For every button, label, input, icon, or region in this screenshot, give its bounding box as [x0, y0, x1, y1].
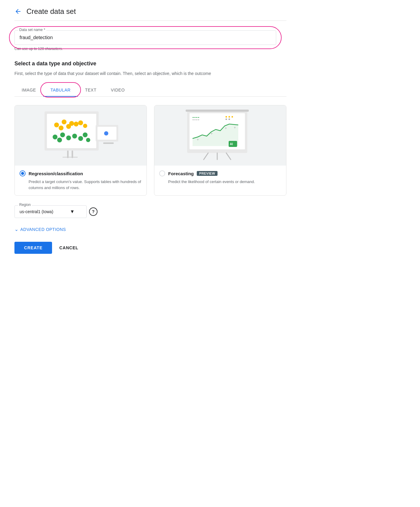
svg-point-9 [83, 124, 87, 128]
svg-point-30 [229, 116, 230, 118]
svg-text:+: + [211, 132, 213, 136]
svg-point-14 [72, 134, 77, 138]
svg-point-13 [66, 135, 71, 140]
card-regression-title: Regression/classification [29, 171, 83, 176]
radio-regression[interactable] [20, 170, 26, 176]
data-type-tabs: IMAGE TABULAR TEXT VIDEO [14, 84, 286, 97]
card-forecasting-title: Forecasting [168, 171, 194, 176]
svg-point-33 [229, 119, 230, 120]
dataset-name-highlight: Data set name * [14, 30, 276, 45]
dataset-name-hint: Can use up to 128 characters. [14, 47, 286, 51]
cancel-button[interactable]: CANCEL [59, 242, 78, 254]
header-divider [14, 20, 286, 21]
svg-point-6 [66, 124, 71, 129]
card-forecasting-title-row: Forecasting PREVIEW [159, 170, 281, 176]
svg-point-31 [232, 116, 233, 118]
card-regression[interactable]: Regression/classification Predict a targ… [14, 105, 147, 196]
svg-text:+: + [197, 138, 199, 142]
page-header: Create data set [14, 7, 286, 16]
region-section: Region us-central1 (Iowa) us-east1 (Sout… [14, 205, 286, 218]
svg-rect-21 [103, 142, 114, 144]
advanced-options-link[interactable]: ⌄ ADVANCED OPTIONS [14, 226, 286, 232]
card-forecasting-image: + + + + AI [154, 105, 286, 166]
svg-point-3 [62, 120, 66, 124]
dataset-name-label: Data set name * [18, 28, 46, 32]
region-dropdown-wrapper: Region us-central1 (Iowa) us-east1 (Sout… [14, 205, 87, 218]
card-forecasting-body: Forecasting PREVIEW Predict the likeliho… [154, 166, 286, 190]
svg-text:AI: AI [230, 142, 233, 146]
svg-line-41 [226, 153, 231, 160]
svg-text:+: + [234, 126, 236, 130]
svg-point-7 [74, 122, 79, 126]
page-title: Create data set [26, 7, 76, 16]
card-forecasting[interactable]: + + + + AI Forecast [154, 105, 286, 196]
section-desc: First, select the type of data that your… [14, 70, 286, 77]
back-button[interactable] [14, 8, 22, 15]
svg-line-40 [204, 153, 208, 160]
dataset-name-input[interactable] [14, 30, 276, 45]
chevron-down-icon: ⌄ [14, 226, 19, 232]
tab-tabular-wrapper: TABULAR [43, 84, 78, 96]
tab-image[interactable]: IMAGE [14, 84, 43, 97]
forecasting-preview-badge: PREVIEW [197, 171, 218, 176]
dataset-name-field-wrapper: Data set name * [14, 30, 276, 45]
advanced-options-section: ⌄ ADVANCED OPTIONS [14, 226, 286, 232]
region-label: Region [18, 203, 32, 207]
svg-point-12 [57, 138, 62, 142]
region-help-icon[interactable]: ? [89, 207, 97, 216]
tab-tabular[interactable]: TABULAR [43, 84, 78, 97]
tab-text[interactable]: TEXT [78, 84, 104, 97]
region-select[interactable]: us-central1 (Iowa) us-east1 (South Carol… [14, 205, 87, 218]
svg-point-2 [54, 123, 59, 127]
advanced-options-label: ADVANCED OPTIONS [20, 227, 66, 232]
forecasting-illustration: + + + + AI [178, 108, 262, 163]
svg-point-8 [78, 120, 83, 125]
card-regression-body: Regression/classification Predict a targ… [15, 166, 147, 195]
svg-point-11 [60, 132, 65, 137]
create-button[interactable]: CREATE [14, 242, 52, 254]
svg-point-32 [226, 119, 227, 120]
section-title: Select a data type and objective [14, 61, 286, 67]
svg-point-29 [226, 116, 227, 118]
regression-illustration [39, 108, 123, 163]
svg-point-5 [59, 126, 63, 130]
svg-point-10 [53, 135, 57, 139]
dataset-name-section: Data set name * Can use up to 128 charac… [14, 30, 286, 51]
tab-video[interactable]: VIDEO [103, 84, 132, 97]
action-buttons: CREATE CANCEL [14, 242, 286, 254]
radio-forecasting[interactable] [159, 170, 165, 176]
svg-rect-43 [186, 110, 249, 112]
svg-text:+: + [225, 126, 227, 130]
svg-point-16 [83, 132, 88, 137]
objective-cards: Regression/classification Predict a targ… [14, 105, 286, 196]
card-regression-image [15, 105, 147, 166]
svg-point-15 [78, 136, 83, 141]
card-forecasting-desc: Predict the likelihood of certain events… [168, 179, 281, 185]
card-regression-desc: Predict a target column's value. Support… [29, 179, 142, 191]
card-regression-title-row: Regression/classification [20, 170, 142, 176]
svg-point-20 [104, 131, 108, 135]
svg-point-17 [86, 138, 90, 142]
